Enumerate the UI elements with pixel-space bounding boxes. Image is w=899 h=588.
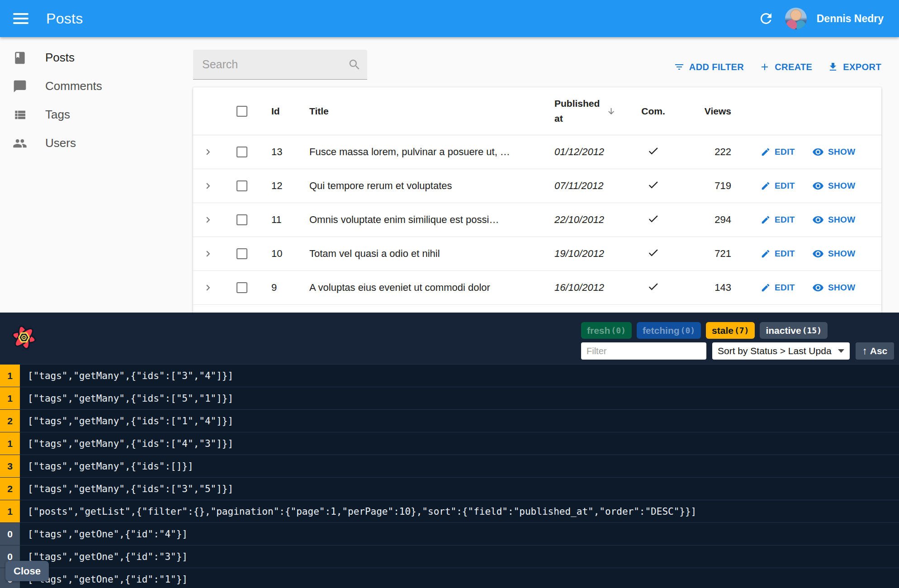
show-button[interactable]: SHOW xyxy=(812,214,856,226)
show-button[interactable]: SHOW xyxy=(812,282,856,294)
search-field xyxy=(193,50,367,80)
eye-icon xyxy=(812,146,824,158)
badge-fresh[interactable]: fresh(0) xyxy=(581,322,632,339)
sidebar-item-users[interactable]: Users xyxy=(0,129,193,157)
cell-title: Totam vel quasi a odio et nihil xyxy=(299,248,541,260)
table-row: 9 A voluptas eius eveniet ut commodi dol… xyxy=(193,271,881,305)
devtools-header: fresh(0) fetching(0) stale(7) inactive(1… xyxy=(0,313,899,364)
sidebar-item-posts[interactable]: Posts xyxy=(0,43,193,72)
header-views[interactable]: Views xyxy=(691,106,736,117)
list-actions: ADD FILTER CREATE EXPORT xyxy=(674,57,881,77)
commentable-check-icon xyxy=(616,179,691,194)
query-row[interactable]: 0 ["tags","getOne",{"id":"3"}] xyxy=(0,545,899,568)
sort-direction-button[interactable]: ↑Asc xyxy=(856,342,894,360)
badge-inactive[interactable]: inactive(15) xyxy=(760,322,828,339)
eye-icon xyxy=(812,282,824,294)
query-key: ["posts","getList",{"filter":{},"paginat… xyxy=(20,500,696,522)
cell-views: 294 xyxy=(691,214,736,226)
eye-icon xyxy=(812,248,824,260)
badge-stale[interactable]: stale(7) xyxy=(706,322,755,339)
row-actions: EDIT SHOW xyxy=(736,146,881,158)
cell-published-at: 19/10/2012 xyxy=(541,248,616,260)
header-id[interactable]: Id xyxy=(261,106,299,117)
badge-fetching[interactable]: fetching(0) xyxy=(637,322,701,339)
row-checkbox[interactable] xyxy=(222,214,261,225)
query-observer-count: 1 xyxy=(0,432,20,455)
query-row[interactable]: 0 ["tags","getOne",{"id":"4"}] xyxy=(0,522,899,545)
cell-id: 11 xyxy=(261,214,299,226)
query-row[interactable]: 0 ["tags","getOne",{"id":"1"}] xyxy=(0,568,899,588)
people-icon xyxy=(13,136,27,151)
refresh-icon[interactable] xyxy=(757,9,775,28)
expand-row-icon[interactable] xyxy=(193,282,222,294)
query-observer-count: 3 xyxy=(0,455,20,477)
query-row[interactable]: 1 ["tags","getMany",{"ids":["3","4"]}] xyxy=(0,364,899,387)
cell-published-at: 22/10/2012 xyxy=(541,214,616,226)
query-row[interactable]: 3 ["tags","getMany",{"ids":[]}] xyxy=(0,455,899,477)
book-icon xyxy=(13,51,27,65)
show-button[interactable]: SHOW xyxy=(812,180,856,192)
cell-title: A voluptas eius eveniet ut commodi dolor xyxy=(299,282,541,294)
download-icon xyxy=(828,62,838,72)
header-commentable[interactable]: Com. xyxy=(616,106,691,117)
expand-row-icon[interactable] xyxy=(193,146,222,158)
row-checkbox[interactable] xyxy=(222,180,261,191)
screen: Posts Dennis Nedry Posts Comments xyxy=(0,0,899,588)
edit-button[interactable]: EDIT xyxy=(761,249,795,259)
query-filter-input[interactable] xyxy=(581,342,706,360)
cell-views: 721 xyxy=(691,248,736,260)
export-button[interactable]: EXPORT xyxy=(828,62,881,72)
row-actions: EDIT SHOW xyxy=(736,248,881,260)
sidebar-item-label: Users xyxy=(45,136,76,150)
add-filter-button[interactable]: ADD FILTER xyxy=(674,62,744,72)
row-checkbox[interactable] xyxy=(222,282,261,293)
close-devtools-button[interactable]: Close xyxy=(5,561,49,581)
row-checkbox[interactable] xyxy=(222,147,261,157)
edit-button[interactable]: EDIT xyxy=(761,215,795,225)
sidebar-item-label: Tags xyxy=(45,108,70,122)
table-row-partial xyxy=(193,305,881,313)
sidebar-item-tags[interactable]: Tags xyxy=(0,100,193,129)
edit-button[interactable]: EDIT xyxy=(761,147,795,157)
eye-icon xyxy=(812,180,824,192)
cell-id: 10 xyxy=(261,248,299,260)
query-row[interactable]: 1 ["tags","getMany",{"ids":["5","1"]}] xyxy=(0,387,899,409)
pencil-icon xyxy=(761,283,771,293)
edit-button[interactable]: EDIT xyxy=(761,283,795,293)
sidebar: Posts Comments Tags Users xyxy=(0,37,193,313)
show-button[interactable]: SHOW xyxy=(812,248,856,260)
query-key: ["tags","getMany",{"ids":[]}] xyxy=(20,455,194,477)
query-row[interactable]: 1 ["posts","getList",{"filter":{},"pagin… xyxy=(0,500,899,522)
query-observer-count: 0 xyxy=(0,523,20,545)
commentable-check-icon xyxy=(616,247,691,261)
sort-select[interactable]: Sort by Status > Last Upda xyxy=(712,342,850,360)
expand-row-icon[interactable] xyxy=(193,248,222,260)
sidebar-item-comments[interactable]: Comments xyxy=(0,72,193,100)
cell-views: 719 xyxy=(691,180,736,192)
user-name[interactable]: Dennis Nedry xyxy=(817,13,884,25)
filter-list-icon xyxy=(674,62,685,72)
chat-bubble-icon xyxy=(13,79,27,94)
expand-row-icon[interactable] xyxy=(193,180,222,192)
header-title[interactable]: Title xyxy=(299,106,541,117)
sort-desc-icon xyxy=(606,105,616,117)
edit-button[interactable]: EDIT xyxy=(761,181,795,191)
menu-icon[interactable] xyxy=(4,0,38,37)
query-observer-count: 1 xyxy=(0,387,20,409)
query-row[interactable]: 2 ["tags","getMany",{"ids":["1","4"]}] xyxy=(0,409,899,432)
table-row: 12 Qui tempore rerum et voluptates 07/11… xyxy=(193,169,881,203)
search-icon xyxy=(348,58,361,71)
show-button[interactable]: SHOW xyxy=(812,146,856,158)
row-checkbox[interactable] xyxy=(222,248,261,259)
commentable-check-icon xyxy=(616,145,691,160)
header-published-at[interactable]: Published at xyxy=(541,96,616,126)
expand-row-icon[interactable] xyxy=(193,214,222,226)
arrow-up-icon: ↑ xyxy=(862,345,867,357)
select-all-checkbox[interactable] xyxy=(222,106,261,117)
avatar[interactable] xyxy=(785,8,807,29)
query-row[interactable]: 2 ["tags","getMany",{"ids":["3","5"]}] xyxy=(0,477,899,500)
query-row[interactable]: 1 ["tags","getMany",{"ids":["4","3"]}] xyxy=(0,432,899,455)
cell-title: Omnis voluptate enim similique est possi… xyxy=(299,214,541,226)
create-button[interactable]: CREATE xyxy=(759,62,812,72)
search-input[interactable] xyxy=(193,58,348,71)
